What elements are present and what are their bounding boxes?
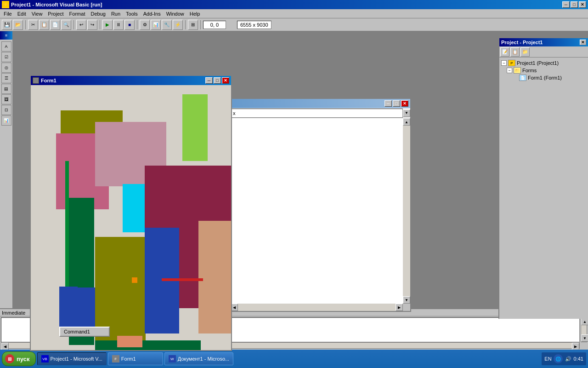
form1-title-bar: Form1 ─ □ ✕ — [31, 76, 231, 85]
menu-format[interactable]: Format — [67, 10, 88, 17]
form1-maximize[interactable]: □ — [214, 77, 221, 84]
tree-expand-forms[interactable]: − — [507, 68, 512, 73]
menu-edit[interactable]: Edit — [15, 10, 29, 17]
toolbox-item-2[interactable]: ☑ — [1, 52, 11, 62]
proj-btn-viewobject[interactable]: 📋 — [510, 47, 520, 57]
tree-item-forms[interactable]: − 📁 Forms — [501, 67, 586, 74]
forms-label: Forms — [522, 68, 537, 73]
tree-expand-project[interactable]: − — [501, 60, 507, 66]
toolbar-btn-6[interactable]: 🔍 — [61, 20, 71, 30]
code-window-controls: ─ □ ✕ — [384, 100, 408, 107]
app-icon: ⚡ — [2, 1, 9, 8]
minimize-button[interactable]: ─ — [562, 1, 570, 8]
start-label: пуск — [17, 356, 30, 362]
menu-run[interactable]: Run — [108, 10, 123, 17]
rect-blue-narrow — [77, 288, 95, 331]
proj-btn-viewcode[interactable]: 📝 — [500, 47, 509, 57]
form1-close[interactable]: ✕ — [222, 77, 229, 84]
toolbar-undo[interactable]: ↩ — [76, 20, 86, 30]
taskbar-right: EN 🌐 🔊 0:41 — [542, 352, 586, 365]
maximize-button[interactable]: □ — [571, 1, 578, 8]
toolbox: ≡ A ☑ ◎ ☰ ▤ 🖼 ⊡ 📊 ▼ — [0, 31, 13, 350]
toolbar-separator-5 — [185, 20, 186, 29]
taskbar: ⊞ пуск VB Project1 - Microsoft V... F Fo… — [0, 350, 588, 368]
start-button[interactable]: ⊞ пуск — [2, 351, 36, 366]
toolbar-btn-1[interactable]: 💾 — [2, 20, 12, 30]
proj-btn-toggle[interactable]: 📁 — [520, 47, 530, 57]
project-panel-close[interactable]: ✕ — [580, 40, 586, 45]
toolbar-btn-10[interactable]: ⚡ — [173, 20, 183, 30]
toolbox-item-4[interactable]: ☰ — [1, 73, 11, 83]
code-maximize[interactable]: □ — [393, 100, 400, 107]
form1-title: Form1 — [41, 78, 57, 83]
toolbar-run[interactable]: ▶ — [102, 20, 113, 30]
code-object-select[interactable]: x — [231, 109, 403, 118]
menu-tools[interactable]: Tools — [123, 10, 141, 17]
form1-content: Command1 — [31, 85, 231, 350]
toolbox-item-3[interactable]: ◎ — [1, 63, 11, 73]
form1-minimize[interactable]: ─ — [205, 77, 213, 84]
menu-file[interactable]: File — [1, 10, 15, 17]
project-label: Project1 (Project1) — [517, 60, 559, 66]
toolbox-item-1[interactable]: A — [1, 41, 11, 52]
menu-window[interactable]: Window — [164, 10, 187, 17]
taskbar-item-vb[interactable]: VB Project1 - Microsoft V... — [37, 352, 107, 365]
menu-project[interactable]: Project — [45, 10, 66, 17]
imm-scroll-right[interactable]: ▶ — [572, 343, 579, 350]
taskbar-form1-icon: F — [112, 355, 119, 362]
toolbox-item-6[interactable]: 🖼 — [1, 94, 11, 104]
code-window: ─ □ ✕ x ▼ ▲ ▼ ◀ ▶ — [230, 98, 411, 312]
code-scroll-up[interactable]: ▲ — [403, 118, 410, 126]
toolbar-btn-7[interactable]: ⚙ — [140, 20, 150, 30]
toolbar-stop[interactable]: ■ — [124, 20, 135, 30]
taskbar-item-form1[interactable]: F Form1 — [108, 352, 163, 365]
toolbar-btn-5[interactable]: 📄 — [50, 20, 60, 30]
code-minimize[interactable]: ─ — [384, 100, 392, 107]
toolbox-item-7[interactable]: ⊡ — [1, 105, 11, 115]
toolbar-btn-8[interactable]: 📊 — [151, 20, 161, 30]
code-hscroll[interactable]: ◀ ▶ — [231, 304, 403, 311]
code-window-title — [232, 101, 234, 106]
rect-thingreen — [65, 161, 69, 292]
imm-scroll-down[interactable]: ▼ — [581, 334, 588, 342]
menu-addins[interactable]: Add-Ins — [141, 10, 164, 17]
tree-item-form1[interactable]: 📄 Form1 (Form1) — [501, 74, 586, 81]
imm-scroll-up[interactable]: ▲ — [581, 318, 588, 325]
taskbar-item-word[interactable]: W Документ1 - Microsо... — [164, 352, 233, 365]
project-icon: P — [508, 60, 515, 66]
close-button[interactable]: ✕ — [579, 1, 586, 8]
toolbox-item-8[interactable]: 📊 — [1, 115, 11, 126]
code-dropdown-btn[interactable]: ▼ — [403, 109, 410, 117]
code-scroll-down[interactable]: ▼ — [403, 296, 410, 304]
menu-view[interactable]: View — [29, 10, 45, 17]
project-toolbar: 📝 📋 📁 — [499, 46, 588, 58]
code-close[interactable]: ✕ — [401, 100, 408, 107]
form1-tree-icon: 📄 — [519, 75, 526, 81]
toolbar-btn-4[interactable]: 📋 — [39, 20, 49, 30]
toolbox-item-5[interactable]: ▤ — [1, 84, 11, 94]
menu-help[interactable]: Help — [187, 10, 203, 17]
toolbar-separator-6 — [200, 20, 201, 29]
code-content[interactable] — [231, 118, 403, 304]
code-scroll-right[interactable]: ▶ — [396, 304, 403, 311]
menu-debug[interactable]: Debug — [88, 10, 108, 17]
code-vscroll-track — [403, 126, 410, 296]
toolbar-btn-3[interactable]: ✂ — [28, 20, 38, 30]
imm-scroll-left[interactable]: ◀ — [1, 343, 9, 350]
rect-blue-left — [59, 287, 78, 333]
immediate-vscroll[interactable]: ▲ ▼ — [581, 317, 587, 342]
code-body: ▲ ▼ ◀ ▶ — [231, 118, 410, 311]
command1-button[interactable]: Command1 — [59, 327, 110, 337]
toolbar-pause[interactable]: ⏸ — [113, 20, 124, 30]
title-bar-controls: ─ □ ✕ — [562, 1, 586, 8]
toolbar-btn-11[interactable]: ⊞ — [188, 20, 198, 30]
network-icon: 🌐 — [554, 354, 563, 363]
code-vscroll[interactable]: ▲ ▼ — [403, 118, 410, 304]
toolbar-redo[interactable]: ↪ — [87, 20, 97, 30]
rect-lightgreen — [182, 94, 208, 161]
tree-item-project[interactable]: − P Project1 (Project1) — [501, 59, 586, 67]
toolbar-btn-9[interactable]: 🔧 — [162, 20, 172, 30]
toolbar-btn-2[interactable]: 📂 — [13, 20, 23, 30]
toolbox-items: A ☑ ◎ ☰ ▤ 🖼 ⊡ 📊 — [0, 40, 12, 126]
forms-folder-icon: 📁 — [514, 67, 521, 74]
